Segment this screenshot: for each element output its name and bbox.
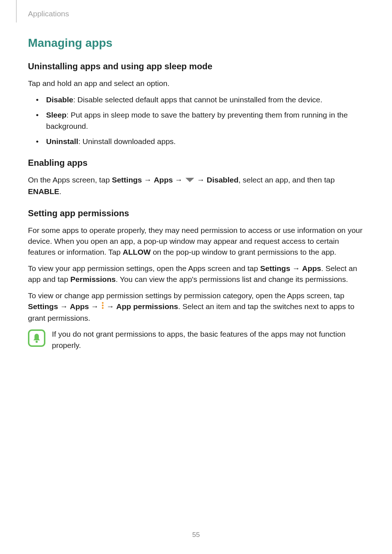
allow-label: ALLOW <box>123 248 151 256</box>
svg-point-2 <box>102 305 103 307</box>
list-item: Uninstall: Uninstall downloaded apps. <box>36 136 364 147</box>
apps-label: Apps <box>70 302 89 311</box>
permissions-p1: For some apps to operate properly, they … <box>28 225 364 258</box>
bullet-list: Disable: Disable selected default apps t… <box>28 94 364 147</box>
heading-uninstalling: Uninstalling apps and using app sleep mo… <box>28 61 364 71</box>
permissions-p3: To view or change app permission setting… <box>28 290 364 324</box>
text-part: To view or change app permission setting… <box>28 291 344 300</box>
page-number: 55 <box>0 531 392 539</box>
arrow-icon: → <box>58 302 70 311</box>
permissions-p2: To view your app permission settings, op… <box>28 263 364 285</box>
apps-label: Apps <box>302 264 321 272</box>
settings-label: Settings <box>260 264 290 272</box>
arrow-icon: → <box>142 176 154 184</box>
disabled-label: Disabled <box>207 176 239 184</box>
arrow-icon: → <box>105 302 117 311</box>
permissions-label: Permissions <box>70 275 116 283</box>
svg-marker-0 <box>185 178 194 182</box>
section-enabling: Enabling apps On the Apps screen, tap Se… <box>28 158 364 197</box>
bullet-text: : Put apps in sleep mode to save the bat… <box>46 111 348 131</box>
settings-label: Settings <box>112 176 142 184</box>
note-text: If you do not grant permissions to apps,… <box>52 329 364 351</box>
text-part: On the Apps screen, tap <box>28 176 112 184</box>
note-block: If you do not grant permissions to apps,… <box>28 329 364 351</box>
svg-point-3 <box>102 307 103 309</box>
section-permissions: Setting app permissions For some apps to… <box>28 208 364 351</box>
text-part: To view your app permission settings, op… <box>28 264 260 272</box>
arrow-icon: → <box>89 302 101 311</box>
bullet-label: Disable <box>46 95 73 104</box>
text-part: . You can view the app's permissions lis… <box>116 275 348 283</box>
apps-label: Apps <box>154 176 173 184</box>
header-section-label: Applications <box>16 9 69 18</box>
heading-enabling: Enabling apps <box>28 158 364 168</box>
bullet-text: : Uninstall downloaded apps. <box>78 137 176 145</box>
app-permissions-label: App permissions <box>116 302 178 311</box>
intro-text: Tap and hold an app and select an option… <box>28 78 364 89</box>
settings-label: Settings <box>28 302 58 311</box>
arrow-icon: → <box>290 264 302 272</box>
period: . <box>59 187 61 196</box>
text-part: , select an app, and then tap <box>238 176 335 184</box>
page-title: Managing apps <box>28 36 364 50</box>
heading-permissions: Setting app permissions <box>28 208 364 218</box>
list-item: Sleep: Put apps in sleep mode to save th… <box>36 109 364 132</box>
more-icon <box>101 301 105 312</box>
bullet-text: : Disable selected default apps that can… <box>73 95 322 104</box>
enabling-text: On the Apps screen, tap Settings → Apps … <box>28 175 364 197</box>
page-content: Managing apps Uninstalling apps and usin… <box>28 36 364 362</box>
page-header: Applications <box>16 0 69 22</box>
arrow-icon: → <box>173 176 185 184</box>
arrow-icon: → <box>195 176 207 184</box>
bullet-label: Sleep <box>46 111 66 119</box>
enable-label: ENABLE <box>28 187 59 196</box>
dropdown-icon <box>185 175 195 186</box>
svg-point-4 <box>36 341 38 343</box>
section-uninstalling: Uninstalling apps and using app sleep mo… <box>28 61 364 147</box>
bullet-label: Uninstall <box>46 137 78 145</box>
svg-point-1 <box>102 302 103 304</box>
text-part: on the pop-up window to grant permission… <box>151 248 336 256</box>
list-item: Disable: Disable selected default apps t… <box>36 94 364 106</box>
note-bell-icon <box>28 329 45 347</box>
